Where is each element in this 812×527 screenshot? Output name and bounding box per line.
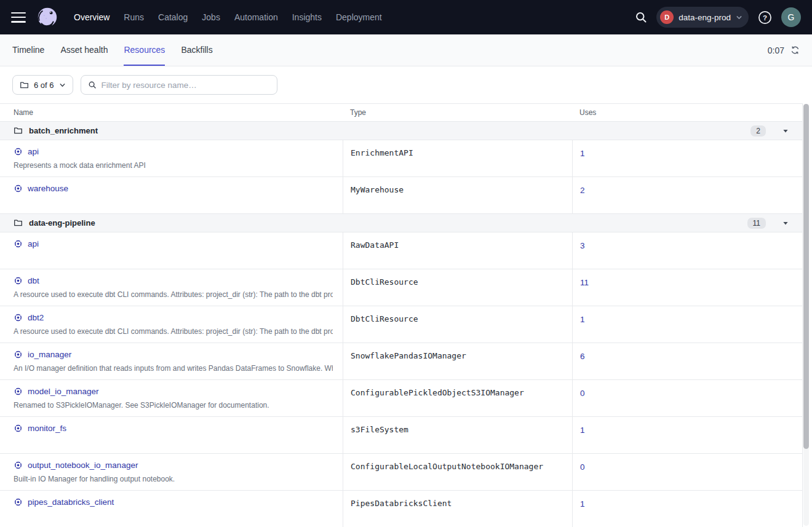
uses-cell: 11 <box>572 269 803 306</box>
resource-icon <box>14 387 23 396</box>
uses-count-link[interactable]: 0 <box>580 462 585 472</box>
folder-icon <box>20 81 29 90</box>
nav-item-runs[interactable]: Runs <box>124 12 144 22</box>
resource-description: A resource used to execute dbt CLI comma… <box>14 290 333 299</box>
resource-name-link[interactable]: io_manager <box>28 350 71 359</box>
type-cell: SnowflakePandasIOManager <box>343 343 572 379</box>
dagster-logo-icon[interactable] <box>36 6 59 29</box>
name-cell: dbt2A resource used to execute dbt CLI c… <box>0 306 343 343</box>
tab-resources[interactable]: Resources <box>124 34 165 66</box>
resource-name-link[interactable]: monitor_fs <box>28 424 66 433</box>
resource-group-row[interactable]: batch_enrichment2 <box>0 122 802 140</box>
collapse-chevron-icon[interactable] <box>782 220 789 226</box>
resource-icon <box>14 497 23 507</box>
nav-item-automation[interactable]: Automation <box>234 12 278 22</box>
search-icon[interactable] <box>635 11 647 23</box>
resource-description: Renamed to S3PickleIOManager. See S3Pick… <box>14 401 333 410</box>
uses-count-link[interactable]: 1 <box>580 315 585 324</box>
tab-asset-health[interactable]: Asset health <box>60 34 108 66</box>
name-cell: pipes_databricks_client <box>0 491 343 527</box>
resource-icon <box>14 313 23 322</box>
column-header-type: Type <box>343 108 572 117</box>
resource-name-link[interactable]: model_io_manager <box>28 387 99 396</box>
resource-icon <box>14 350 23 359</box>
resource-row: dbt2A resource used to execute dbt CLI c… <box>0 306 802 343</box>
uses-cell: 1 <box>572 491 803 527</box>
resource-row: monitor_fss3FileSystem1 <box>0 417 802 454</box>
folder-icon <box>14 218 23 228</box>
resource-search-input[interactable] <box>102 81 270 90</box>
scrollbar-thumb[interactable] <box>803 104 809 449</box>
uses-count-link[interactable]: 6 <box>580 352 585 361</box>
uses-count-link[interactable]: 3 <box>580 241 585 250</box>
resource-description: An I/O manager definition that reads inp… <box>14 364 333 373</box>
resource-name-link[interactable]: pipes_databricks_client <box>28 497 114 507</box>
group-count-badge: 11 <box>747 218 766 229</box>
resource-name-link[interactable]: api <box>28 239 39 248</box>
name-cell: warehouse <box>0 177 343 213</box>
resource-name-link[interactable]: dbt <box>28 276 39 285</box>
type-cell: DbtCliResource <box>343 306 572 343</box>
chevron-down-icon <box>736 14 742 21</box>
user-avatar[interactable]: G <box>781 7 801 27</box>
nav-item-deployment[interactable]: Deployment <box>336 12 382 22</box>
type-cell: RawDataAPI <box>343 232 572 269</box>
name-cell: api <box>0 232 343 269</box>
nav-item-insights[interactable]: Insights <box>292 12 322 22</box>
menu-icon[interactable] <box>11 12 26 23</box>
uses-count-link[interactable]: 2 <box>580 186 585 195</box>
resource-group-row[interactable]: data-eng-pipeline11 <box>0 214 802 232</box>
type-cell: PipesDatabricksClient <box>343 491 572 527</box>
resource-icon <box>14 184 23 193</box>
resource-icon <box>14 147 23 156</box>
type-cell: ConfigurableLocalOutputNotebookIOManager <box>343 454 572 490</box>
uses-cell: 0 <box>572 454 803 490</box>
group-count-badge: 2 <box>750 125 766 137</box>
scrollbar-track[interactable] <box>803 104 809 526</box>
refresh-icon[interactable] <box>790 46 800 55</box>
group-filter-dropdown[interactable]: 6 of 6 <box>12 75 73 95</box>
chevron-down-icon <box>59 82 66 89</box>
type-cell: DbtCliResource <box>343 269 572 306</box>
tab-backfills[interactable]: Backfills <box>181 34 212 66</box>
resource-name-link[interactable]: output_notebook_io_manager <box>28 461 138 470</box>
uses-count-link[interactable]: 1 <box>580 426 585 435</box>
deployment-name: data-eng-prod <box>679 13 731 22</box>
resource-description: Built-in IO Manager for handling output … <box>14 475 333 483</box>
resource-name-link[interactable]: dbt2 <box>28 313 44 322</box>
uses-count-link[interactable]: 1 <box>580 499 585 509</box>
nav-item-catalog[interactable]: Catalog <box>158 12 188 22</box>
resource-row: apiRawDataAPI3 <box>0 232 802 269</box>
uses-cell: 6 <box>572 343 803 379</box>
filter-row: 6 of 6 <box>0 66 812 103</box>
uses-cell: 2 <box>572 177 803 213</box>
group-filter-count: 6 of 6 <box>34 81 54 90</box>
deployment-switcher[interactable]: D data-eng-prod <box>656 7 749 28</box>
name-cell: model_io_managerRenamed to S3PickleIOMan… <box>0 380 343 416</box>
uses-count-link[interactable]: 11 <box>580 278 589 287</box>
uses-count-link[interactable]: 1 <box>580 149 585 158</box>
type-cell: MyWarehouse <box>343 177 572 213</box>
group-name: batch_enrichment <box>29 126 98 135</box>
tab-timeline[interactable]: Timeline <box>12 34 44 66</box>
group-name: data-eng-pipeline <box>29 218 95 228</box>
tabs: TimelineAsset healthResourcesBackfills <box>12 34 213 66</box>
name-cell: dbtA resource used to execute dbt CLI co… <box>0 269 343 306</box>
uses-count-link[interactable]: 0 <box>580 389 585 398</box>
help-icon[interactable]: ? <box>758 10 772 25</box>
collapse-chevron-icon[interactable] <box>782 128 789 134</box>
uses-cell: 1 <box>572 306 803 343</box>
column-header-uses: Uses <box>572 108 803 117</box>
resource-name-link[interactable]: warehouse <box>28 184 68 193</box>
search-icon <box>88 81 97 89</box>
resource-icon <box>14 424 23 433</box>
nav-item-overview[interactable]: Overview <box>74 12 109 22</box>
folder-icon <box>14 126 23 135</box>
resource-row: pipes_databricks_clientPipesDatabricksCl… <box>0 491 802 527</box>
nav-item-jobs[interactable]: Jobs <box>202 12 220 22</box>
name-cell: monitor_fs <box>0 417 343 453</box>
deployment-badge: D <box>660 10 674 24</box>
resource-description: A resource used to execute dbt CLI comma… <box>14 327 333 336</box>
resource-name-link[interactable]: api <box>28 147 39 156</box>
svg-text:?: ? <box>763 14 767 21</box>
